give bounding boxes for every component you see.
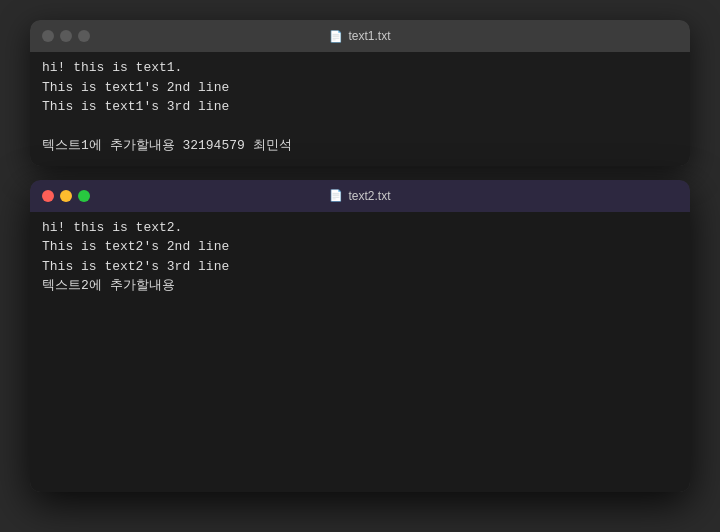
window2-content: hi! this is text2. This is text2's 2nd l…: [30, 212, 690, 492]
window2-minimize-button[interactable]: [60, 190, 72, 202]
window1-line1: hi! this is text1.: [42, 58, 678, 78]
window2-line2: This is text2's 2nd line: [42, 237, 678, 257]
window2-maximize-button[interactable]: [78, 190, 90, 202]
window2-line3: This is text2's 3rd line: [42, 257, 678, 277]
window1-line5: 텍스트1에 추가할내용 32194579 최민석: [42, 136, 678, 156]
window1-minimize-button[interactable]: [60, 30, 72, 42]
window1-line3: This is text1's 3rd line: [42, 97, 678, 117]
window1-line4: [42, 117, 678, 137]
window1-title: 📄 text1.txt: [329, 29, 390, 43]
window2-titlebar: 📄 text2.txt: [30, 180, 690, 212]
window1-titlebar: 📄 text1.txt: [30, 20, 690, 52]
window2-file-icon: 📄: [329, 189, 343, 202]
window2-line1: hi! this is text2.: [42, 218, 678, 238]
window2-line4: 텍스트2에 추가할내용: [42, 276, 678, 296]
window1-title-label: text1.txt: [348, 29, 390, 43]
window1-content: hi! this is text1. This is text1's 2nd l…: [30, 52, 690, 166]
window1-close-button[interactable]: [42, 30, 54, 42]
window1-file-icon: 📄: [329, 30, 343, 43]
window2-traffic-lights: [42, 190, 90, 202]
window2-close-button[interactable]: [42, 190, 54, 202]
window1-line2: This is text1's 2nd line: [42, 78, 678, 98]
windows-container: 📄 text1.txt hi! this is text1. This is t…: [30, 20, 690, 492]
window2: 📄 text2.txt hi! this is text2. This is t…: [30, 180, 690, 492]
window1: 📄 text1.txt hi! this is text1. This is t…: [30, 20, 690, 166]
window2-title: 📄 text2.txt: [329, 189, 390, 203]
window1-maximize-button[interactable]: [78, 30, 90, 42]
window2-title-label: text2.txt: [348, 189, 390, 203]
window1-traffic-lights: [42, 30, 90, 42]
desktop: 📄 text1.txt hi! this is text1. This is t…: [0, 0, 720, 532]
